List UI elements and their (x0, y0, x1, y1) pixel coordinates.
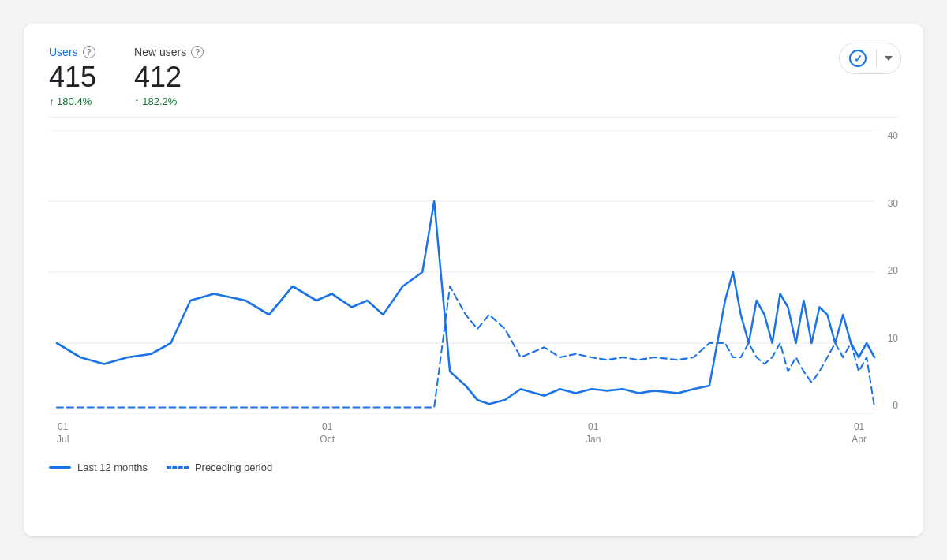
x-date-jan: 01 (588, 421, 598, 434)
new-users-label[interactable]: New users ? (134, 46, 204, 58)
check-icon (849, 50, 867, 67)
users-help-icon[interactable]: ? (83, 46, 95, 58)
new-users-value: 412 (134, 60, 204, 94)
x-month-jul: Jul (57, 434, 69, 446)
legend-solid: Last 12 months (49, 461, 148, 473)
solid-line (57, 201, 874, 404)
x-label-jul: 01 Jul (57, 421, 69, 446)
y-label-40: 40 (888, 130, 898, 141)
action-buttons (839, 43, 901, 74)
x-month-jan: Jan (586, 434, 601, 446)
legend-row: Last 12 months Preceding period (49, 461, 898, 473)
chevron-down-icon (885, 56, 893, 61)
y-label-30: 30 (888, 198, 898, 209)
legend-solid-label: Last 12 months (77, 461, 148, 473)
chart-area: 40 30 20 10 0 01 Jul (49, 130, 898, 414)
x-axis-labels: 01 Jul 01 Oct 01 Jan 01 Apr (57, 421, 867, 446)
legend-dashed-line (167, 466, 189, 469)
x-label-apr: 01 Apr (852, 421, 867, 446)
users-value: 415 (49, 60, 96, 94)
x-date-jul: 01 (58, 421, 68, 434)
divider (49, 117, 898, 118)
legend-dashed: Preceding period (167, 461, 272, 473)
users-metric: Users ? 415 ↑ 180.4% (49, 46, 96, 107)
new-users-change: ↑ 182.2% (134, 95, 204, 107)
check-button[interactable] (840, 43, 876, 73)
users-change: ↑ 180.4% (49, 95, 96, 107)
check-dropdown (839, 43, 901, 74)
legend-solid-line (49, 466, 71, 469)
users-label-text: Users (49, 46, 78, 58)
new-users-help-icon[interactable]: ? (191, 46, 204, 58)
chart-svg (49, 130, 898, 414)
y-label-10: 10 (888, 333, 898, 344)
x-label-oct: 01 Oct (320, 421, 335, 446)
legend-dashed-label: Preceding period (195, 461, 272, 473)
users-change-text: ↑ 180.4% (49, 95, 92, 107)
new-users-metric: New users ? 412 ↑ 182.2% (134, 46, 204, 107)
x-month-oct: Oct (320, 434, 335, 446)
users-label[interactable]: Users ? (49, 46, 96, 58)
x-month-apr: Apr (852, 434, 867, 446)
y-label-20: 20 (888, 265, 898, 276)
y-label-0: 0 (893, 400, 898, 411)
new-users-label-text: New users (134, 46, 186, 58)
analytics-card: Users ? 415 ↑ 180.4% New users ? 412 ↑ 1… (24, 24, 923, 536)
metrics-row: Users ? 415 ↑ 180.4% New users ? 412 ↑ 1… (49, 46, 898, 107)
x-label-jan: 01 Jan (586, 421, 601, 446)
dashed-line (57, 286, 874, 408)
x-date-apr: 01 (854, 421, 864, 434)
x-date-oct: 01 (322, 421, 332, 434)
y-axis-labels: 40 30 20 10 0 (888, 130, 898, 414)
new-users-change-text: ↑ 182.2% (134, 95, 177, 107)
dropdown-button[interactable] (876, 50, 900, 67)
